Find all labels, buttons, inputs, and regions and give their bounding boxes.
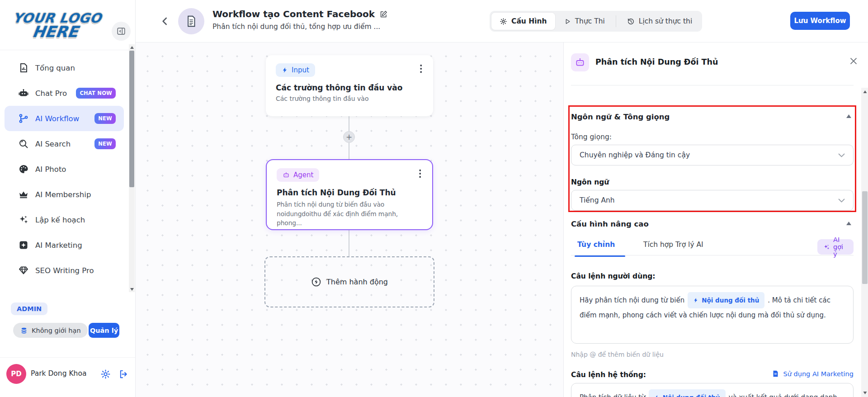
new-badge: NEW <box>94 113 116 124</box>
segment-divider <box>616 15 616 27</box>
variable-chip[interactable]: Nội dung đối thủ <box>688 292 764 308</box>
add-action-node[interactable]: Thêm hành động <box>264 256 434 307</box>
sidebar-item-ai-workflow[interactable]: AI Workflow NEW <box>5 106 124 131</box>
sidebar-item-label: AI Search <box>35 140 71 148</box>
collapse-section-icon[interactable] <box>846 222 851 225</box>
sidebar-item-ai-search[interactable]: AI Search NEW <box>0 131 128 156</box>
sidebar-item-lap-ke-hoach[interactable]: Lập kế hoạch <box>0 207 128 232</box>
gear-icon <box>500 18 507 25</box>
sidebar-item-tong-quan[interactable]: Tổng quan <box>0 55 128 80</box>
app-window: YOUR LOGO HERE Tổng quan Chat <box>0 0 868 397</box>
top-header: Workflow tạo Content Facebook Phân tích … <box>136 0 868 43</box>
chevron-down-icon <box>838 198 845 203</box>
settings-gear-icon[interactable] <box>100 364 111 374</box>
bolt-icon <box>282 67 288 73</box>
app-logo: YOUR LOGO HERE <box>0 12 114 40</box>
bolt-circle-icon <box>311 277 321 287</box>
bolt-icon <box>654 395 660 397</box>
user-prompt-textarea[interactable]: Hãy phân tích nội dung từ biếnNội dung đ… <box>571 286 854 344</box>
system-prompt-textarea[interactable]: Phân tích dữ liệu từNội dung đối thủvà x… <box>571 383 854 397</box>
back-chevron-icon[interactable] <box>159 15 171 27</box>
sidebar-collapse-button[interactable] <box>112 22 131 41</box>
crown-icon <box>18 189 29 200</box>
system-prompt-label: Câu lệnh hệ thống: <box>571 371 646 379</box>
agent-panel-icon <box>571 53 589 71</box>
collapse-section-icon[interactable] <box>846 114 851 118</box>
input-node-badge: Input <box>276 63 315 77</box>
save-workflow-button[interactable]: Lưu Workflow <box>790 12 850 30</box>
node-menu-kebab-icon[interactable] <box>415 168 425 179</box>
chevron-down-icon <box>838 153 845 157</box>
workflow-canvas[interactable]: + Input Các trường thông tin đầu vào Các… <box>136 43 563 397</box>
new-badge: NEW <box>94 138 116 149</box>
sparkles-icon <box>18 214 29 225</box>
tab-tich-hop-tro-ly-ai[interactable]: Tích hợp Trợ lý AI <box>643 241 703 249</box>
gem-icon <box>18 265 29 276</box>
add-action-label: Thêm hành động <box>326 278 388 286</box>
tab-tuy-chinh[interactable]: Tùy chỉnh <box>577 241 615 249</box>
close-icon[interactable] <box>849 56 859 67</box>
panel-divider <box>571 85 854 85</box>
sidebar-scrollbar-thumb[interactable] <box>129 51 134 187</box>
use-ai-marketing-label: Sử dụng AI Marketing <box>783 370 854 378</box>
scroll-down-icon[interactable] <box>861 390 868 396</box>
agent-node-badge: Agent <box>277 168 319 182</box>
user-prompt-label: Câu lệnh người dùng: <box>571 272 656 280</box>
robot-icon <box>18 88 29 99</box>
tab-label: Thực Thi <box>575 17 605 25</box>
sidebar-item-chat-pro[interactable]: Chat Pro CHAT NOW <box>0 80 128 106</box>
user-prompt-text: Hãy phân tích nội dung từ biếnNội dung đ… <box>580 292 845 323</box>
sidebar-item-ai-marketing[interactable]: AI Marketing <box>0 232 128 258</box>
tab-lich-su[interactable]: Lịch sử thực thi <box>619 13 700 30</box>
language-select-value: Tiếng Anh <box>580 196 615 204</box>
input-node-subtitle: Các trường thông tin đầu vào <box>276 95 423 102</box>
quota-button[interactable]: Không giới hạn <box>13 323 88 338</box>
header-segmented-control: Cấu Hình Thực Thi Lịch sử thực thi <box>490 11 702 32</box>
scroll-down-icon[interactable] <box>129 286 135 292</box>
tab-thuc-thi[interactable]: Thực Thi <box>556 13 613 30</box>
panel-scrollbar-thumb[interactable] <box>862 191 868 284</box>
sidebar-item-ai-photo[interactable]: AI Photo <box>0 156 128 182</box>
logout-icon[interactable] <box>118 364 129 374</box>
document-chart-icon <box>18 62 29 73</box>
panel-title: Phân tích Nội Dung Đối Thủ <box>595 57 718 66</box>
workflow-icon <box>18 113 29 124</box>
scroll-up-icon[interactable] <box>861 89 868 95</box>
sidebar-scrollbar[interactable] <box>129 44 135 292</box>
tone-select-value: Chuyên nghiệp và Đáng tin cậy <box>580 151 690 159</box>
variable-chip[interactable]: Nội dung đối thủ <box>649 389 726 397</box>
input-badge-label: Input <box>292 66 309 74</box>
tone-select[interactable]: Chuyên nghiệp và Đáng tin cậy <box>571 145 854 165</box>
variable-chip-label: Nội dung đối thủ <box>663 391 720 397</box>
sidebar-item-seo-writing-pro[interactable]: SEO Writing Pro <box>0 258 128 283</box>
prompt-text-after: và xuất kết quả dưới dạng danh <box>729 393 837 397</box>
agent-node[interactable]: Agent Phân tích Nội Dung Đối Thủ Phân tí… <box>266 159 433 230</box>
sidebar-item-label: AI Marketing <box>35 241 82 250</box>
quota-button-label: Không giới hạn <box>32 327 81 334</box>
use-ai-marketing-link[interactable]: Sử dụng AI Marketing <box>722 370 854 378</box>
node-menu-kebab-icon[interactable] <box>416 63 426 74</box>
language-select[interactable]: Tiếng Anh <box>571 190 854 211</box>
admin-badge: ADMIN <box>11 302 47 315</box>
input-node[interactable]: Input Các trường thông tin đầu vào Các t… <box>266 55 433 116</box>
prompt-text-before: Hãy phân tích nội dung từ biến <box>580 296 684 304</box>
workflow-title-row: Workflow tạo Content Facebook <box>212 9 388 19</box>
ai-suggest-button[interactable]: AI gợi ý <box>817 239 854 255</box>
config-panel: Phân tích Nội Dung Đối Thủ Ngôn ngữ & Tô… <box>563 43 868 397</box>
tab-label: Lịch sử thực thi <box>639 17 692 25</box>
scroll-up-icon[interactable] <box>129 44 135 50</box>
ai-suggest-label: AI gợi ý <box>833 236 848 258</box>
edit-title-icon[interactable] <box>379 10 388 19</box>
avatar[interactable]: PD <box>6 364 26 384</box>
prompt-helper-text: Nhập @ để thêm biến dữ liệu <box>571 351 664 358</box>
chat-now-badge: CHAT NOW <box>76 88 116 99</box>
manage-button[interactable]: Quản lý <box>89 323 119 338</box>
add-node-plus-button[interactable]: + <box>343 131 355 143</box>
advanced-tabs: Tùy chỉnh Tích hợp Trợ lý AI AI gợi ý <box>571 237 854 255</box>
panel-scrollbar[interactable] <box>861 88 868 397</box>
sidebar-item-ai-membership[interactable]: AI Membership <box>0 182 128 207</box>
sidebar-item-label: AI Membership <box>35 190 91 199</box>
sparkles-icon <box>823 244 830 250</box>
tab-label: Cấu Hình <box>511 17 547 25</box>
tab-cau-hinh[interactable]: Cấu Hình <box>491 13 555 30</box>
